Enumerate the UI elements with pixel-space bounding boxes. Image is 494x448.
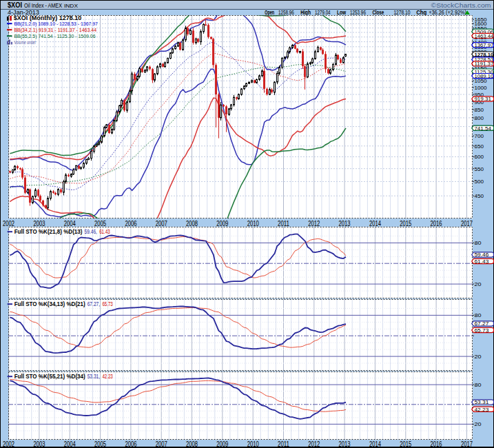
svg-text:2003: 2003 — [33, 220, 45, 227]
svg-text:20: 20 — [475, 421, 482, 427]
svg-text:Full STO %K(55,21) %D(34): Full STO %K(55,21) %D(34) — [14, 373, 85, 380]
svg-text:550: 550 — [475, 166, 484, 172]
svg-text:1253.96: 1253.96 — [350, 9, 366, 16]
svg-text:Full STO %K(21,8) %D(13): Full STO %K(21,8) %D(13) — [14, 228, 83, 235]
svg-text:INDX: INDX — [64, 3, 79, 9]
svg-text:2011: 2011 — [278, 220, 289, 227]
svg-text:Full STO %K(34,13) %D(21): Full STO %K(34,13) %D(21) — [14, 301, 85, 307]
svg-text:BB(55,2.5) 741.54 - 1125.30 -: BB(55,2.5) 741.54 - 1125.30 - 1509.06 — [14, 33, 96, 39]
svg-text:Volume undef: Volume undef — [14, 39, 36, 45]
svg-text:2009: 2009 — [216, 440, 228, 448]
svg-text:2015: 2015 — [400, 440, 411, 448]
svg-text:2007: 2007 — [156, 440, 167, 448]
svg-text:67.27,: 67.27, — [88, 301, 100, 307]
svg-text:2005: 2005 — [94, 220, 106, 227]
svg-text:2012: 2012 — [308, 220, 320, 227]
svg-text:BB(21,2.0) 1089.10 - 1228.53 -: BB(21,2.0) 1089.10 - 1228.53 - 1367.97 — [14, 21, 98, 27]
svg-text:61.43: 61.43 — [99, 228, 110, 235]
svg-text:650: 650 — [475, 143, 484, 150]
svg-text:2016: 2016 — [431, 220, 442, 227]
svg-text:1279.04: 1279.04 — [315, 9, 331, 16]
svg-text:BB(34,2.1) 919.31 - 1191.37 -: BB(34,2.1) 919.31 - 1191.37 - 1463.44 — [14, 27, 96, 33]
svg-text:2016: 2016 — [431, 440, 442, 448]
svg-text:65.73: 65.73 — [102, 301, 112, 307]
svg-text:1367.97: 1367.97 — [474, 42, 494, 48]
svg-text:67.27: 67.27 — [474, 320, 489, 327]
svg-text:2010: 2010 — [247, 220, 259, 227]
svg-text:1089.10: 1089.10 — [474, 73, 494, 79]
svg-text:2006: 2006 — [125, 440, 136, 448]
svg-text:Open: Open — [265, 9, 274, 16]
svg-text:2005: 2005 — [94, 440, 106, 448]
svg-text:2017: 2017 — [461, 440, 473, 448]
svg-text:59.46: 59.46 — [474, 252, 489, 258]
svg-text:2017: 2017 — [461, 220, 473, 227]
svg-text:2008: 2008 — [186, 440, 198, 448]
svg-text:42.23: 42.23 — [474, 407, 489, 413]
svg-text:2013: 2013 — [339, 220, 351, 227]
svg-text:80: 80 — [475, 240, 482, 246]
svg-text:2004: 2004 — [64, 440, 76, 448]
svg-text:53.31,: 53.31, — [88, 373, 100, 380]
svg-text:919.31: 919.31 — [474, 96, 491, 102]
svg-text:2013: 2013 — [339, 440, 351, 448]
svg-text:61.43: 61.43 — [474, 258, 489, 265]
svg-text:2014: 2014 — [369, 440, 381, 448]
svg-text:Chg: Chg — [416, 9, 426, 16]
svg-text:2003: 2003 — [33, 440, 45, 448]
svg-text:2002: 2002 — [3, 440, 14, 448]
svg-text:2002: 2002 — [3, 220, 14, 227]
svg-text:1000: 1000 — [475, 85, 488, 91]
svg-text:600: 600 — [475, 154, 484, 160]
svg-text:1650: 1650 — [475, 17, 488, 23]
svg-text:2014: 2014 — [369, 220, 381, 227]
svg-text:1463.44: 1463.44 — [474, 33, 494, 39]
svg-text:Low: Low — [337, 9, 347, 16]
svg-text:700: 700 — [475, 133, 484, 139]
svg-text:1191.37: 1191.37 — [474, 61, 494, 67]
svg-text:2008: 2008 — [186, 220, 198, 227]
svg-text:53.31: 53.31 — [474, 399, 489, 405]
svg-text:2011: 2011 — [278, 440, 289, 448]
svg-text:2010: 2010 — [247, 440, 259, 448]
svg-text:1278.10: 1278.10 — [393, 9, 410, 16]
svg-text:80: 80 — [475, 382, 482, 388]
svg-text:2012: 2012 — [308, 440, 320, 448]
svg-text:500: 500 — [475, 179, 484, 185]
svg-text:42.23: 42.23 — [102, 373, 112, 380]
svg-text:20: 20 — [475, 281, 482, 287]
svg-text:2004: 2004 — [64, 220, 76, 227]
svg-text:741.54: 741.54 — [474, 125, 491, 132]
svg-text:Oil Index - AMEX: Oil Index - AMEX — [24, 1, 62, 9]
svg-text:2015: 2015 — [400, 220, 411, 227]
svg-text:450: 450 — [475, 193, 484, 199]
svg-text:65.73: 65.73 — [474, 327, 489, 334]
svg-text:59.46,: 59.46, — [85, 228, 97, 235]
svg-text:80: 80 — [475, 312, 482, 318]
svg-text:2009: 2009 — [216, 220, 228, 227]
svg-text:2007: 2007 — [156, 220, 167, 227]
svg-text:©StockCharts.com: ©StockCharts.com — [431, 2, 491, 9]
svg-text:850: 850 — [475, 107, 484, 113]
svg-text:20: 20 — [475, 354, 482, 360]
svg-text:1258.96: 1258.96 — [278, 9, 294, 16]
svg-text:Close: Close — [372, 9, 384, 16]
svg-text:2006: 2006 — [125, 220, 136, 227]
svg-text:$XOI: $XOI — [8, 1, 22, 9]
svg-text:High: High — [300, 9, 311, 16]
svg-text:800: 800 — [475, 115, 484, 121]
svg-text:+36.26 (+2.92%): +36.26 (+2.92%) — [429, 9, 466, 16]
